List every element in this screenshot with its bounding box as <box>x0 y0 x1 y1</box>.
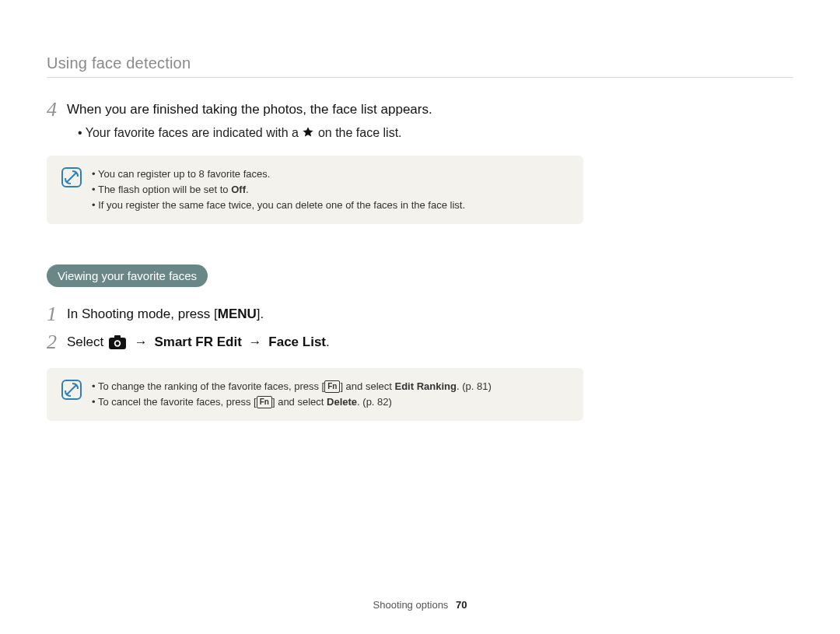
camera-icon <box>109 335 126 356</box>
step-text: When you are finished taking the photos,… <box>67 100 432 120</box>
bullet-text-pre: Your favorite faces are indicated with a <box>78 126 299 139</box>
menu-button-label: MENU <box>218 305 257 324</box>
note-icon <box>61 166 82 188</box>
step-number: 2 <box>47 332 67 352</box>
fn-button-label: Fn <box>257 396 272 408</box>
star-icon <box>302 126 314 142</box>
note-list-2: To change the ranking of the favorite fa… <box>92 379 492 410</box>
svg-point-4 <box>116 342 120 346</box>
footer-section: Shooting options <box>373 599 449 611</box>
bullet-text-post: on the face list. <box>318 126 402 139</box>
fn-button-label: Fn <box>324 380 340 393</box>
section-heading: Viewing your favorite faces <box>47 264 208 287</box>
note-item: The flash option will be set to Off. <box>92 182 465 198</box>
note-item: If you register the same face twice, you… <box>92 198 465 213</box>
step-4: 4 When you are finished taking the photo… <box>47 100 583 120</box>
step-text: Select → Smart FR Edit → Face List. <box>67 332 330 356</box>
note-item: You can register up to 8 favorite faces. <box>92 166 465 182</box>
svg-rect-2 <box>114 335 121 338</box>
path-face-list: Face List <box>268 335 326 349</box>
note-icon <box>61 379 82 401</box>
step-number: 1 <box>47 304 67 324</box>
note-item: To change the ranking of the favorite fa… <box>92 379 492 394</box>
arrow-icon: → <box>246 333 265 352</box>
page-footer: Shooting options 70 <box>0 599 840 611</box>
note-list-1: You can register up to 8 favorite faces.… <box>92 166 465 213</box>
footer-page-number: 70 <box>456 599 467 611</box>
step-number: 4 <box>47 100 67 120</box>
step-1: 1 In Shooting mode, press [MENU]. <box>47 304 583 324</box>
step-4-subbullet: Your favorite faces are indicated with a… <box>78 126 583 142</box>
page-title: Using face detection <box>47 54 793 78</box>
content-column: 4 When you are finished taking the photo… <box>47 100 583 421</box>
arrow-icon: → <box>131 333 151 352</box>
step-text: In Shooting mode, press [MENU]. <box>67 304 264 324</box>
note-box-2: To change the ranking of the favorite fa… <box>47 368 583 421</box>
path-smart-fr-edit: Smart FR Edit <box>154 335 241 349</box>
note-box-1: You can register up to 8 favorite faces.… <box>47 156 583 224</box>
note-item: To cancel the favorite faces, press [Fn]… <box>92 394 492 410</box>
step-2: 2 Select → Smart FR Edit → Face List. <box>47 332 583 356</box>
